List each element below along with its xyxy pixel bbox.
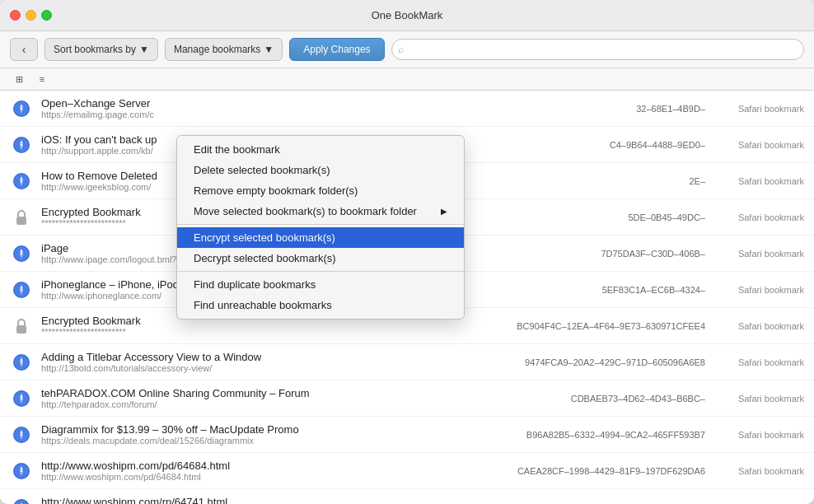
bookmark-info: tehPARADOX.COM Online Sharing Community … <box>41 387 475 409</box>
menu-item-find-unreachable[interactable]: Find unreachable bookmarks <box>177 295 464 315</box>
bookmark-uuid: CAEA28CF–1998–4429–81F9–197DF629DA6 <box>475 466 705 476</box>
bookmark-type: Safari bookmark <box>722 249 804 259</box>
svg-point-9 <box>21 143 23 146</box>
bookmark-type: Safari bookmark <box>722 285 804 295</box>
search-wrapper: ⌕ <box>391 39 804 60</box>
svg-point-14 <box>21 180 23 182</box>
bookmark-url: http://tehparadox.com/forum/ <box>41 399 475 409</box>
bookmark-uuid: C4–9B64–4488–9ED0– <box>475 140 705 150</box>
bookmark-title: Diagrammix for $13.99 – 30% off – MacUpd… <box>41 423 475 436</box>
manage-label: Manage bookmarks <box>174 44 260 55</box>
view-controls-bar: ⊞ ≡ <box>0 68 814 91</box>
bookmark-info: http://www.woshipm.com/rp/64741.htmlhttp… <box>41 496 475 504</box>
bookmark-type: Safari bookmark <box>722 212 804 222</box>
safari-icon <box>10 170 33 193</box>
list-item[interactable]: Adding a Titlebar Accessory View to a Wi… <box>0 344 814 380</box>
titlebar: One BookMark <box>0 0 814 31</box>
list-item[interactable]: Open–Xchange Serverhttps://emailmg.ipage… <box>0 91 814 127</box>
menu-item-decrypt[interactable]: Decrypt selected bookmark(s) <box>177 248 464 268</box>
menu-item-label: Move selected bookmark(s) to bookmark fo… <box>194 205 417 217</box>
back-icon: ‹ <box>22 43 26 56</box>
bookmark-type: Safari bookmark <box>722 176 804 186</box>
bookmark-info: http://www.woshipm.com/pd/64684.htmlhttp… <box>41 460 475 482</box>
main-window: One BookMark ‹ Sort bookmarks by ▼ Manag… <box>0 0 814 504</box>
menu-item-delete[interactable]: Delete selected bookmark(s) <box>177 160 464 180</box>
svg-point-25 <box>21 288 23 291</box>
bookmark-uuid: 7D75DA3F–C30D–406B– <box>475 249 705 259</box>
safari-icon <box>10 496 33 505</box>
bookmark-type: Safari bookmark <box>722 357 804 367</box>
bookmark-title: Open–Xchange Server <box>41 97 475 110</box>
submenu-arrow-icon: ▶ <box>441 207 447 216</box>
svg-rect-15 <box>16 217 26 225</box>
svg-point-36 <box>21 397 23 399</box>
list-view-button[interactable]: ≡ <box>33 72 51 86</box>
bookmark-list: Open–Xchange Serverhttps://emailmg.ipage… <box>0 91 814 504</box>
grid-view-button[interactable]: ⊞ <box>10 72 28 86</box>
menu-item-remove-empty[interactable]: Remove empty bookmark folder(s) <box>177 180 464 201</box>
sort-arrow-icon: ▼ <box>139 44 149 55</box>
maximize-button[interactable] <box>41 10 52 21</box>
sort-bookmarks-button[interactable]: Sort bookmarks by ▼ <box>44 38 158 61</box>
list-item[interactable]: Diagrammix for $13.99 – 30% off – MacUpd… <box>0 417 814 453</box>
menu-item-label: Decrypt selected bookmark(s) <box>194 252 336 264</box>
bookmark-url: http://www.woshipm.com/pd/64684.html <box>41 472 475 482</box>
bookmark-info: Adding a Titlebar Accessory View to a Wi… <box>41 351 475 373</box>
apply-changes-button[interactable]: Apply Changes <box>289 38 384 61</box>
safari-icon <box>10 460 33 483</box>
bookmark-type: Safari bookmark <box>722 104 804 114</box>
search-icon: ⌕ <box>398 44 404 55</box>
bookmark-type: Safari bookmark <box>722 394 804 404</box>
bookmark-title: http://www.woshipm.com/rp/64741.html <box>41 496 475 504</box>
bookmark-uuid: 5DE–0B45–49DC– <box>475 212 705 222</box>
lock-icon <box>10 315 33 338</box>
bookmark-url: https://emailmg.ipage.com/c <box>41 110 475 119</box>
bookmark-uuid: CDBAEB73–4D62–4D43–B6BC– <box>475 394 705 404</box>
back-button[interactable]: ‹ <box>10 38 38 61</box>
search-input[interactable] <box>391 39 804 60</box>
bookmark-info: Diagrammix for $13.99 – 30% off – MacUpd… <box>41 423 475 446</box>
bookmark-type: Safari bookmark <box>722 321 804 331</box>
bookmark-url: http://13bold.com/tutorials/accessory-vi… <box>41 363 475 373</box>
traffic-lights <box>10 10 52 21</box>
bookmark-title: tehPARADOX.COM Online Sharing Community … <box>41 387 475 399</box>
svg-point-31 <box>21 361 23 363</box>
menu-item-label: Edit the bookmark <box>194 143 280 156</box>
bookmark-type: Safari bookmark <box>722 430 804 440</box>
svg-point-41 <box>21 433 23 436</box>
bookmark-url: ************************ <box>41 327 475 337</box>
svg-point-20 <box>21 252 23 254</box>
bookmark-uuid: 5EF83C1A–EC6B–4324– <box>475 285 705 295</box>
safari-icon <box>10 97 33 120</box>
safari-icon <box>10 242 33 265</box>
menu-separator <box>177 224 464 225</box>
close-button[interactable] <box>10 10 21 21</box>
list-item[interactable]: http://www.woshipm.com/rp/64741.htmlhttp… <box>0 489 814 504</box>
list-item[interactable]: tehPARADOX.COM Online Sharing Community … <box>0 380 814 417</box>
menu-separator <box>177 271 464 272</box>
safari-icon <box>10 387 33 410</box>
bookmark-uuid: B96A82B5–6332–4994–9CA2–465FF593B7 <box>475 430 705 440</box>
window-title: One BookMark <box>372 9 443 21</box>
bookmark-title: Adding a Titlebar Accessory View to a Wi… <box>41 351 475 363</box>
bookmark-title: http://www.woshipm.com/pd/64684.html <box>41 460 475 472</box>
bookmark-uuid: 2E– <box>475 176 705 186</box>
safari-icon <box>10 133 33 156</box>
menu-item-find-duplicate[interactable]: Find duplicate bookmarks <box>177 274 464 295</box>
manage-bookmarks-button[interactable]: Manage bookmarks ▼ <box>165 38 283 61</box>
menu-item-edit[interactable]: Edit the bookmark <box>177 139 464 160</box>
menu-item-label: Remove empty bookmark folder(s) <box>194 184 358 197</box>
safari-icon <box>10 278 33 301</box>
svg-point-4 <box>21 107 23 110</box>
menu-item-move[interactable]: Move selected bookmark(s) to bookmark fo… <box>177 201 464 222</box>
toolbar: ‹ Sort bookmarks by ▼ Manage bookmarks ▼… <box>0 31 814 68</box>
minimize-button[interactable] <box>26 10 36 21</box>
svg-point-46 <box>21 469 23 472</box>
list-item[interactable]: http://www.woshipm.com/pd/64684.htmlhttp… <box>0 453 814 489</box>
bookmark-url: https://deals.macupdate.com/deal/15266/d… <box>41 436 475 446</box>
bookmark-type: Safari bookmark <box>722 140 804 150</box>
menu-item-encrypt[interactable]: Encrypt selected bookmark(s) <box>177 227 464 248</box>
safari-icon <box>10 351 33 374</box>
menu-item-label: Delete selected bookmark(s) <box>194 164 330 176</box>
bookmark-info: Open–Xchange Serverhttps://emailmg.ipage… <box>41 97 475 119</box>
